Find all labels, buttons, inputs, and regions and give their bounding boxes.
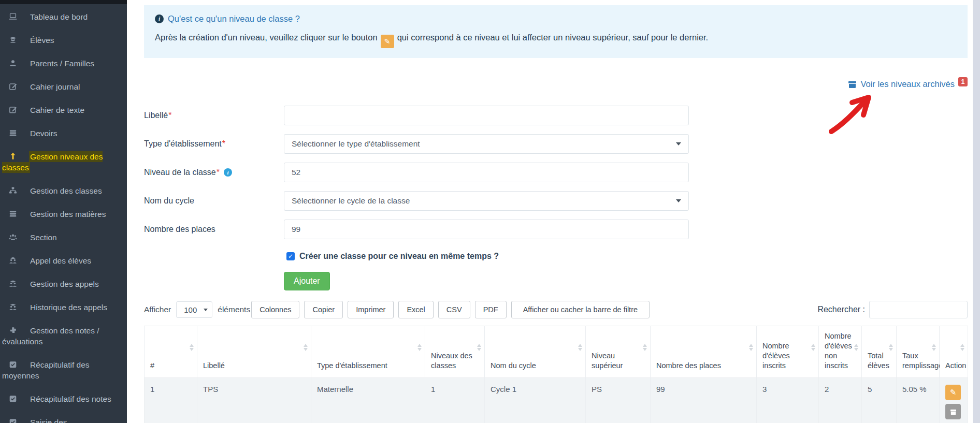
page-size-select[interactable]: 100 <box>176 301 212 318</box>
sidebar-item-eleves[interactable]: Élèves <box>0 28 127 52</box>
nom-cycle-select[interactable]: Sélectionner le cycle de la classe <box>284 191 689 211</box>
csv-button[interactable]: CSV <box>438 301 470 318</box>
sidebar-item-section[interactable]: Section <box>0 226 127 249</box>
col-header-cycle[interactable]: Nom du cycle <box>485 326 586 378</box>
sort-icon[interactable] <box>932 344 936 351</box>
sidebar-item-partial[interactable]: Saisie des appréciations <box>0 411 127 423</box>
sidebar-item-cahier-de-texte[interactable]: Cahier de texte <box>0 98 127 122</box>
cell-actions: ✎ <box>940 378 968 423</box>
sidebar-item-gestion-niveaux-des-classes[interactable]: Gestion niveaux des classes <box>0 145 127 179</box>
search-input[interactable] <box>869 301 968 318</box>
col-header-inscrits[interactable]: Nombre d'élèves inscrits <box>757 326 819 378</box>
rollcall-icon <box>7 279 19 288</box>
info-circle-icon: i <box>155 14 164 23</box>
archive-box-icon <box>848 80 857 89</box>
table-header-row: # Libellé Type d'établissement Niveaux d… <box>145 326 968 378</box>
table-toolbar: Afficher 100 éléments Colonnes Copier Im… <box>144 301 968 318</box>
cell-inscrits: 3 <box>757 378 819 423</box>
sitemap-icon <box>7 186 19 195</box>
form-row-libelle: Libellé* <box>144 106 968 125</box>
scrollbar-track[interactable] <box>973 0 980 423</box>
sidebar-item-gestion-des-classes[interactable]: Gestion des classes <box>0 179 127 202</box>
row-archive-button[interactable] <box>945 404 961 419</box>
sort-icon[interactable] <box>417 344 422 351</box>
create-class-checkbox-row: ✓ Créer une classe pour ce niveau en mêm… <box>286 252 968 261</box>
check-square-icon <box>7 360 19 369</box>
col-header-action[interactable]: Action <box>940 326 968 378</box>
sidebar-item-gestion-des-matieres[interactable]: Gestion des matières <box>0 202 127 226</box>
form-row-niveau-classe: Niveau de la classe* i <box>144 163 968 182</box>
main-content: i Qu'est ce qu'un niveau de classe ? Apr… <box>127 0 980 423</box>
columns-button[interactable]: Colonnes <box>251 301 299 318</box>
libelle-input[interactable] <box>284 106 689 125</box>
cell-taux: 5.05 % <box>897 378 940 423</box>
print-button[interactable]: Imprimer <box>348 301 394 318</box>
sort-icon[interactable] <box>304 344 308 351</box>
type-etablissement-select[interactable]: Sélectionner le type d'établissement <box>284 134 689 154</box>
cell-cycle: Cycle 1 <box>485 378 586 423</box>
copy-button[interactable]: Copier <box>304 301 343 318</box>
sidebar-item-gestion-des-appels[interactable]: Gestion des appels <box>0 272 127 296</box>
col-header-places[interactable]: Nombre des places <box>651 326 757 378</box>
sidebar: Tableau de bord Élèves Parents / Famille… <box>0 0 127 423</box>
pdf-button[interactable]: PDF <box>475 301 507 318</box>
nombre-places-input[interactable] <box>284 220 689 239</box>
sidebar-item-label: Gestion des classes <box>30 186 102 195</box>
sidebar-item-label: Parents / Familles <box>30 59 94 68</box>
niveau-classe-input[interactable] <box>284 163 689 182</box>
view-archived-levels-link[interactable]: Voir les niveaux archivés <box>848 79 955 89</box>
create-class-checkbox[interactable]: ✓ <box>286 252 295 260</box>
sort-icon[interactable] <box>749 344 753 351</box>
required-asterisk: * <box>222 139 225 148</box>
sidebar-item-recap-moyennes[interactable]: Récapitulatif des moyennes <box>0 353 127 387</box>
sidebar-item-devoirs[interactable]: Devoirs <box>0 122 127 145</box>
col-header-niveaux[interactable]: Niveaux des classes <box>425 326 485 378</box>
sidebar-item-appel-des-eleves[interactable]: Appel des élèves <box>0 249 127 272</box>
sidebar-item-label: Devoirs <box>30 129 57 138</box>
col-header-non-inscrits[interactable]: Nombre d'élèves non inscrits <box>819 326 862 378</box>
sort-icon[interactable] <box>889 344 893 351</box>
sort-icon[interactable] <box>960 344 964 351</box>
user-icon <box>7 59 19 68</box>
edit-icon-button-inline[interactable]: ✎ <box>381 35 394 48</box>
row-edit-button[interactable]: ✎ <box>945 385 961 400</box>
sort-icon[interactable] <box>811 344 815 351</box>
create-class-checkbox-label[interactable]: Créer une classe pour ce niveau en même … <box>299 252 499 261</box>
col-header-taux[interactable]: Taux remplissage <box>897 326 940 378</box>
niveau-classe-label: Niveau de la classe* i <box>144 168 284 177</box>
required-asterisk: * <box>217 168 220 177</box>
archive-box-icon <box>949 408 957 416</box>
sort-icon[interactable] <box>643 344 647 351</box>
type-etablissement-label: Type d'établissement* <box>144 139 284 149</box>
sort-icon[interactable] <box>578 344 582 351</box>
info-icon[interactable]: i <box>224 168 232 177</box>
cell-niveaux: 1 <box>425 378 485 423</box>
archived-link-row: Voir les niveaux archivés 1 <box>144 79 968 89</box>
alert-question-link[interactable]: Qu'est ce qu'un niveau de classe ? <box>168 14 300 24</box>
toggle-filter-bar-button[interactable]: Afficher ou cacher la barre de filtre <box>511 301 650 318</box>
add-button[interactable]: Ajouter <box>284 272 330 290</box>
sort-icon[interactable] <box>190 344 194 351</box>
form-row-type-etablissement: Type d'établissement* Sélectionner le ty… <box>144 134 968 154</box>
sidebar-item-historique-des-appels[interactable]: Historique des appels <box>0 296 127 319</box>
col-header-libelle[interactable]: Libellé <box>197 326 311 378</box>
col-header-type[interactable]: Type d'établissement <box>311 326 425 378</box>
sidebar-item-label: Section <box>30 233 57 242</box>
sidebar-item-cahier-journal[interactable]: Cahier journal <box>0 75 127 98</box>
elements-label: éléments <box>218 305 250 314</box>
col-header-total[interactable]: Total élèves <box>862 326 897 378</box>
col-header-superieur[interactable]: Niveau supérieur <box>586 326 651 378</box>
sort-icon[interactable] <box>854 344 858 351</box>
sort-icon[interactable] <box>477 344 481 351</box>
sidebar-item-label: Gestion des appels <box>30 280 99 288</box>
level-form: Libellé* Type d'établissement* Sélection… <box>144 106 968 290</box>
sidebar-item-parents-familles[interactable]: Parents / Familles <box>0 52 127 75</box>
sidebar-item-recap-notes[interactable]: Récapitulatif des notes <box>0 387 127 411</box>
export-button-group: Colonnes Copier Imprimer Excel CSV PDF A… <box>251 301 650 318</box>
col-header-num[interactable]: # <box>145 326 197 378</box>
sidebar-item-gestion-des-notes[interactable]: Gestion des notes / évaluations <box>0 319 127 353</box>
student-icon <box>7 35 19 45</box>
excel-button[interactable]: Excel <box>398 301 433 318</box>
sidebar-item-tableau-de-bord[interactable]: Tableau de bord <box>0 5 127 28</box>
form-row-nom-cycle: Nom du cycle Sélectionner le cycle de la… <box>144 191 968 211</box>
